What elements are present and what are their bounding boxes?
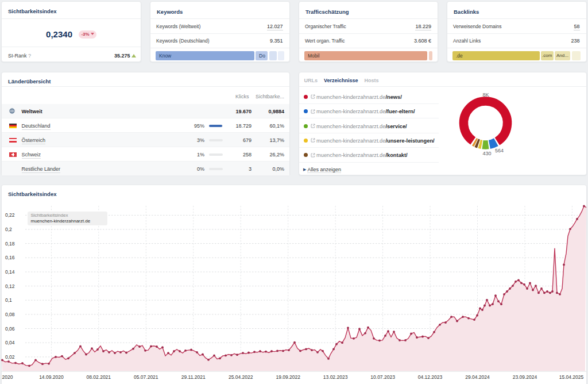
svg-text:0,22: 0,22 (5, 212, 15, 218)
svg-text:0,08: 0,08 (5, 312, 15, 317)
svg-text:8K: 8K (482, 92, 489, 98)
svg-text:564: 564 (495, 148, 504, 153)
svg-text:0,06: 0,06 (5, 326, 15, 332)
svg-text:430: 430 (482, 151, 491, 156)
svg-text:29.11.2021: 29.11.2021 (181, 374, 206, 380)
svg-text:0,1: 0,1 (5, 297, 12, 303)
svg-text:19.09.2022: 19.09.2022 (276, 374, 300, 380)
svg-text:14.09.2020: 14.09.2020 (39, 374, 64, 380)
svg-text:13.02.2023: 13.02.2023 (323, 374, 348, 380)
svg-text:0,14: 0,14 (5, 269, 15, 275)
svg-text:05.07.2021: 05.07.2021 (134, 374, 158, 380)
svg-text:23.09.2024: 23.09.2024 (513, 374, 537, 380)
svg-text:10.07.2023: 10.07.2023 (370, 374, 395, 380)
svg-text:25.04.2022: 25.04.2022 (229, 374, 253, 380)
svg-text:0,2: 0,2 (5, 226, 12, 232)
svg-text:29.04.2024: 29.04.2024 (465, 374, 490, 380)
svg-text:2020: 2020 (2, 374, 13, 380)
svg-text:0,16: 0,16 (5, 255, 15, 260)
svg-text:15.04.2025: 15.04.2025 (559, 374, 584, 380)
svg-text:0,12: 0,12 (5, 283, 15, 289)
svg-text:0,02: 0,02 (5, 354, 15, 360)
svg-text:04.12.2023: 04.12.2023 (418, 374, 443, 380)
svg-text:08.02.2021: 08.02.2021 (87, 374, 111, 380)
svg-text:0,18: 0,18 (5, 241, 15, 247)
svg-text:0,04: 0,04 (5, 340, 15, 345)
